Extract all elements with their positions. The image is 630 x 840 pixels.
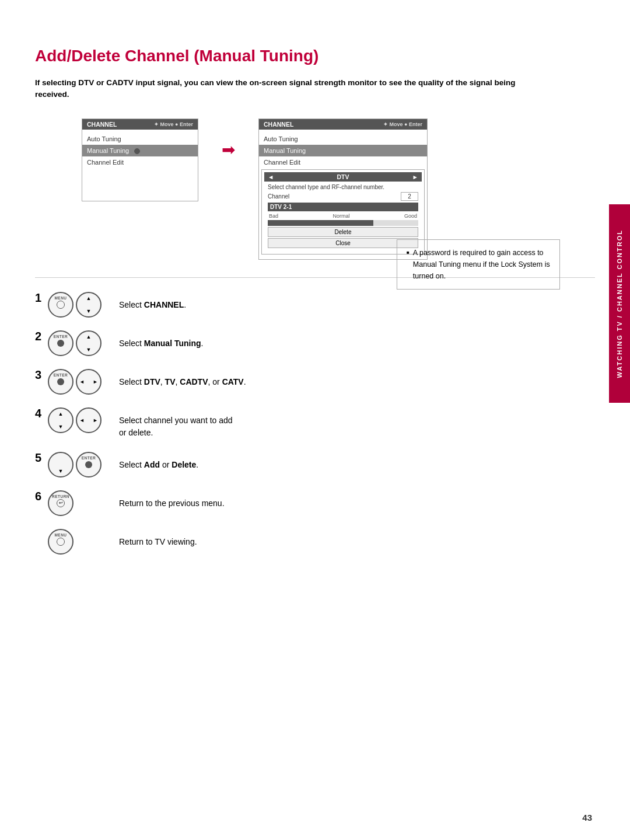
step-5-icons: 5 ▼ ENTER bbox=[35, 452, 111, 477]
step-6-text: Return to the previous menu. bbox=[119, 490, 225, 510]
step-menu-bottom: 7 MENU Return to TV viewing. bbox=[35, 529, 397, 555]
step-2-bold: Manual Tuning bbox=[144, 339, 201, 348]
arrow-down-4: ▼ bbox=[58, 424, 64, 430]
signal-normal: Normal bbox=[332, 213, 349, 219]
step-2: 2 ENTER ▲ ▼ Sel bbox=[35, 330, 397, 356]
page-title: Add/Delete Channel (Manual Tuning) bbox=[35, 47, 595, 65]
delete-button[interactable]: Delete bbox=[268, 227, 418, 237]
side-tab-label: WATCHING TV / CHANNEL CONTROL bbox=[616, 229, 623, 378]
step-3-icons: 3 ENTER ◄ ► bbox=[35, 369, 111, 395]
channel-label-row: DTV 2-1 bbox=[268, 203, 418, 211]
menu-label: MENU bbox=[54, 296, 66, 300]
nav-updown-icon-1: ▲ ▼ bbox=[76, 292, 102, 318]
signal-label-row: Bad Normal Good bbox=[268, 213, 418, 219]
menu-inner-circle-bottom bbox=[57, 538, 65, 546]
page-number: 43 bbox=[582, 813, 592, 822]
menu-header-1: CHANNEL ✦ Move ● Enter bbox=[82, 119, 198, 130]
steps-left: 1 MENU ▲ ▼ Sele bbox=[35, 292, 397, 567]
menu-box-1: CHANNEL ✦ Move ● Enter Auto Tuning Manua… bbox=[82, 118, 198, 201]
arrow-icon: ➡ bbox=[222, 142, 235, 158]
step-3-catv: CATV bbox=[222, 377, 244, 386]
enter-label-5: ENTER bbox=[82, 456, 96, 460]
step-3: 3 ENTER ◄ ► Sel bbox=[35, 369, 397, 395]
step-2-icon-group: ENTER ▲ ▼ bbox=[48, 330, 102, 356]
signal-bar bbox=[268, 220, 418, 226]
arrow-left-4: ◄ bbox=[79, 417, 85, 423]
menu-dot bbox=[134, 148, 140, 154]
step-3-cadtv: CADTV bbox=[180, 377, 208, 386]
step-6: 6 RETURN ↩ Return to the previous menu. bbox=[35, 490, 397, 516]
arrow-down-2: ▼ bbox=[86, 347, 92, 353]
nav-leftright-icon-3: ◄ ► bbox=[76, 369, 102, 395]
return-label: RETURN bbox=[52, 494, 69, 499]
step-3-icon-group: ENTER ◄ ► bbox=[48, 369, 102, 395]
menu-inner-circle bbox=[57, 301, 65, 309]
close-button[interactable]: Close bbox=[268, 238, 418, 248]
return-button-icon: RETURN ↩ bbox=[48, 490, 74, 516]
step-1-icons: 1 MENU ▲ ▼ bbox=[35, 292, 111, 318]
side-tab: WATCHING TV / CHANNEL CONTROL bbox=[609, 204, 630, 403]
nav-down-icon-5: ▼ bbox=[48, 452, 74, 477]
submenu-channel-row: Channel 2 bbox=[268, 192, 418, 201]
step-4-text: Select channel you want to addor delete. bbox=[119, 407, 233, 439]
submenu-title: DTV bbox=[337, 173, 349, 180]
note-right: A password is required to gain access to… bbox=[397, 292, 595, 567]
step-5-number: 5 bbox=[35, 452, 46, 463]
step-1: 1 MENU ▲ ▼ Sele bbox=[35, 292, 397, 318]
signal-good: Good bbox=[404, 213, 417, 219]
menu-label-bottom: MENU bbox=[54, 533, 66, 537]
step-5-delete: Delete bbox=[172, 460, 196, 469]
enter-dot-5 bbox=[85, 461, 92, 468]
submenu-arrow-left: ◄ bbox=[268, 173, 274, 180]
menu-item-channel-edit: Channel Edit bbox=[82, 156, 198, 168]
enter-button-icon-3: ENTER bbox=[48, 369, 74, 395]
enter-button-icon-2: ENTER bbox=[48, 330, 74, 356]
arrow-right-4: ► bbox=[93, 417, 98, 423]
page-description: If selecting DTV or CADTV input signal, … bbox=[35, 77, 531, 101]
arrow-down: ▼ bbox=[86, 308, 92, 314]
step-2-icons: 2 ENTER ▲ ▼ bbox=[35, 330, 111, 356]
menu-button-icon: MENU bbox=[48, 292, 74, 318]
step-menu-bottom-icon-group: MENU bbox=[48, 529, 74, 555]
steps-with-note: 1 MENU ▲ ▼ Sele bbox=[35, 292, 595, 567]
arrow-up-4: ▲ bbox=[58, 411, 64, 417]
enter-label-3: ENTER bbox=[54, 373, 68, 377]
note-box: A password is required to gain access to… bbox=[397, 239, 560, 290]
submenu-desc: Select channel type and RF-channel numbe… bbox=[268, 184, 418, 190]
enter-dot-3 bbox=[57, 378, 64, 385]
menu-button-icon-bottom: MENU bbox=[48, 529, 74, 555]
nav-updown-icon-2: ▲ ▼ bbox=[76, 330, 102, 356]
step-4-icon-group: ▲ ▼ ◄ ► bbox=[48, 407, 102, 433]
step-1-bold: CHANNEL bbox=[144, 300, 184, 309]
step-3-tv: TV bbox=[165, 377, 176, 386]
signal-bad: Bad bbox=[269, 213, 278, 219]
menu-title-1: CHANNEL bbox=[87, 121, 117, 128]
enter-dot-2 bbox=[57, 340, 64, 347]
step-1-text: Select CHANNEL. bbox=[119, 292, 186, 311]
menu-header-icons-1: ✦ Move ● Enter bbox=[154, 121, 193, 127]
menu-item2-channel-edit: Channel Edit bbox=[259, 156, 427, 168]
step-4-icons: 4 ▲ ▼ ◄ ► bbox=[35, 407, 111, 433]
main-content: Add/Delete Channel (Manual Tuning) If se… bbox=[35, 47, 595, 567]
step-2-text: Select Manual Tuning. bbox=[119, 330, 203, 350]
step-5: 5 ▼ ENTER Select Add or Delet bbox=[35, 452, 397, 477]
note-text: A password is required to gain access to… bbox=[407, 247, 550, 282]
nav-leftright-icon-4: ◄ ► bbox=[76, 407, 102, 433]
arrow-left-3: ◄ bbox=[79, 379, 85, 385]
step-6-icons: 6 RETURN ↩ bbox=[35, 490, 111, 516]
menu-header-2: CHANNEL ✦ Move ● Enter bbox=[259, 119, 427, 130]
step-5-text: Select Add or Delete. bbox=[119, 452, 198, 471]
enter-label-2: ENTER bbox=[54, 334, 68, 339]
return-inner: ↩ bbox=[57, 499, 65, 507]
arrow-up: ▲ bbox=[86, 295, 92, 301]
menu-body-1: Auto Tuning Manual Tuning Channel Edit bbox=[82, 130, 198, 201]
menu-item-auto-tuning: Auto Tuning bbox=[82, 133, 198, 145]
nav-updown-icon-4: ▲ ▼ bbox=[48, 407, 74, 433]
step-menu-bottom-icons: 7 MENU bbox=[35, 529, 111, 555]
step-4: 4 ▲ ▼ ◄ ► Select bbox=[35, 407, 397, 439]
submenu-header: ◄ DTV ► bbox=[264, 172, 422, 182]
menu-box-2: CHANNEL ✦ Move ● Enter Auto Tuning Manua… bbox=[258, 118, 428, 260]
arrow-down-5: ▼ bbox=[58, 468, 64, 474]
menu-item2-auto-tuning: Auto Tuning bbox=[259, 133, 427, 145]
step-1-number: 1 bbox=[35, 292, 46, 304]
